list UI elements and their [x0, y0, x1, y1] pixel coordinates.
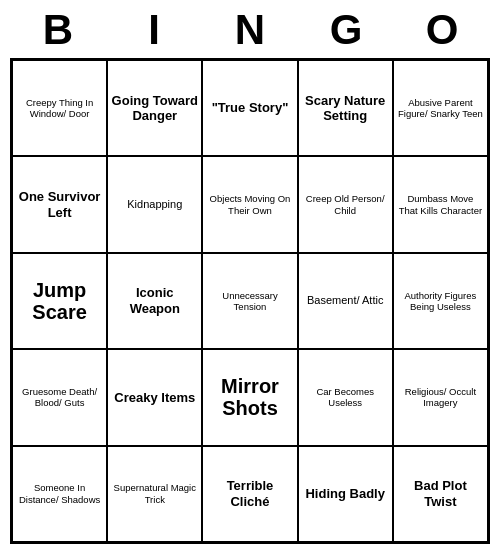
bingo-cell-14: Authority Figures Being Useless [393, 253, 488, 349]
bingo-cell-19: Religious/ Occult Imagery [393, 349, 488, 445]
bingo-cell-9: Dumbass Move That Kills Character [393, 156, 488, 252]
bingo-cell-7: Objects Moving On Their Own [202, 156, 297, 252]
bingo-cell-17: Mirror Shots [202, 349, 297, 445]
bingo-cell-15: Gruesome Death/ Blood/ Guts [12, 349, 107, 445]
bingo-cell-12: Unnecessary Tension [202, 253, 297, 349]
bingo-grid: Creepy Thing In Window/ DoorGoing Toward… [10, 58, 490, 544]
bingo-cell-4: Abusive Parent Figure/ Snarky Teen [393, 60, 488, 156]
bingo-cell-22: Terrible Cliché [202, 446, 297, 542]
bingo-title: B I N G O [10, 0, 490, 58]
bingo-cell-18: Car Becomes Useless [298, 349, 393, 445]
bingo-cell-20: Someone In Distance/ Shadows [12, 446, 107, 542]
bingo-cell-3: Scary Nature Setting [298, 60, 393, 156]
title-n: N [210, 6, 290, 54]
title-g: G [306, 6, 386, 54]
title-o: O [402, 6, 482, 54]
bingo-cell-24: Bad Plot Twist [393, 446, 488, 542]
bingo-cell-23: Hiding Badly [298, 446, 393, 542]
bingo-cell-11: Iconic Weapon [107, 253, 202, 349]
bingo-cell-0: Creepy Thing In Window/ Door [12, 60, 107, 156]
bingo-cell-8: Creep Old Person/ Child [298, 156, 393, 252]
bingo-cell-13: Basement/ Attic [298, 253, 393, 349]
title-b: B [18, 6, 98, 54]
bingo-cell-5: One Survivor Left [12, 156, 107, 252]
bingo-cell-10: Jump Scare [12, 253, 107, 349]
bingo-cell-2: "True Story" [202, 60, 297, 156]
bingo-cell-6: Kidnapping [107, 156, 202, 252]
bingo-cell-21: Supernatural Magic Trick [107, 446, 202, 542]
bingo-cell-1: Going Toward Danger [107, 60, 202, 156]
bingo-cell-16: Creaky Items [107, 349, 202, 445]
title-i: I [114, 6, 194, 54]
